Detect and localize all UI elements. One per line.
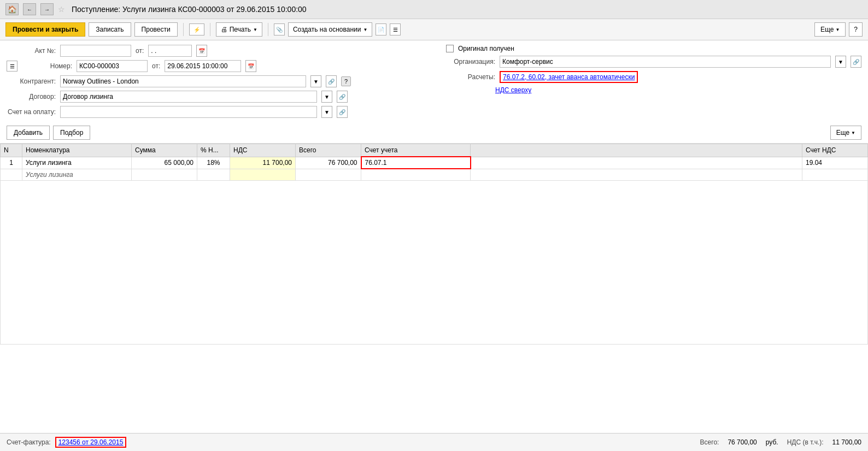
schet-oplata-row: Счет на оплату: ▼ 🔗 <box>7 106 424 118</box>
col-header-nds: НДС <box>230 144 296 157</box>
cell-summa[interactable]: 65 000,00 <box>132 157 197 169</box>
title-bar: 🏠 ← → ☆ Поступление: Услуги лизинга КС00… <box>0 0 868 19</box>
cell-nomenclature-sub: Услуги лизинга <box>22 169 132 180</box>
cell-vsego[interactable]: 76 700,00 <box>296 157 361 169</box>
contragent-dropdown-btn[interactable]: ▼ <box>310 75 321 87</box>
back-button[interactable]: ← <box>23 3 36 15</box>
original-row: Оригинал получен <box>446 45 861 52</box>
rashety-link[interactable]: 76.07.2, 60.02, зачет аванса автоматичес… <box>500 71 638 83</box>
col-header-vsego: Всего <box>296 144 361 157</box>
cell-pct[interactable]: 18% <box>197 157 230 169</box>
table-toolbar: Добавить Подбор Еще ▼ <box>0 122 868 144</box>
left-section: Акт №: от: 📅 ☰ Номер: от: 📅 Контрагент: … <box>7 45 424 118</box>
col-header-pct: % Н... <box>197 144 230 157</box>
icon-btn-1[interactable]: ⚡ <box>189 23 204 35</box>
dogovor-link-btn[interactable]: 🔗 <box>337 91 348 103</box>
number-from-label: от: <box>152 62 160 70</box>
rashety-label: Расчеты: <box>446 73 495 81</box>
cell-n: 1 <box>1 157 22 169</box>
number-calendar-btn[interactable]: 📅 <box>245 60 256 72</box>
schet-oplata-dropdown-btn[interactable]: ▼ <box>321 106 332 118</box>
create-basis-button[interactable]: Создать на основании ▼ <box>288 22 372 37</box>
number-input[interactable] <box>77 60 148 72</box>
akt-row: Акт №: от: 📅 <box>7 45 424 57</box>
cell-summa-sub <box>132 169 197 180</box>
number-row: ☰ Номер: от: 📅 <box>7 60 424 72</box>
dogovor-dropdown-btn[interactable]: ▼ <box>321 91 332 103</box>
nds-value: 11 700,00 <box>832 438 861 446</box>
save-button[interactable]: Записать <box>89 22 131 37</box>
vsego-value: 76 700,00 <box>728 438 756 446</box>
cell-schet-nds[interactable]: 19.04 <box>802 157 868 169</box>
akt-from-label: от: <box>136 47 144 55</box>
contragent-link-btn[interactable]: 🔗 <box>326 75 337 87</box>
schet-oplata-input[interactable] <box>60 106 317 118</box>
org-link-btn[interactable]: 🔗 <box>851 56 861 68</box>
number-from-input[interactable] <box>165 60 241 72</box>
col-header-empty <box>471 144 802 157</box>
page-title: Поступление: Услуги лизинга КС00-000003 … <box>72 5 307 14</box>
akt-label: Акт №: <box>7 47 56 55</box>
table-empty-row <box>1 180 868 344</box>
akt-input[interactable] <box>60 45 131 57</box>
print-button[interactable]: 🖨 Печать ▼ <box>216 22 262 37</box>
schet-oplata-link-btn[interactable]: 🔗 <box>337 106 348 118</box>
more-button[interactable]: Еще ▼ <box>814 22 846 37</box>
table-row-sub: Услуги лизинга <box>1 169 868 180</box>
akt-calendar-btn[interactable]: 📅 <box>196 45 207 57</box>
org-label: Организация: <box>446 58 495 66</box>
form-area: Акт №: от: 📅 ☰ Номер: от: 📅 Контрагент: … <box>0 40 868 122</box>
select-button[interactable]: Подбор <box>53 126 90 140</box>
add-button[interactable]: Добавить <box>7 126 50 140</box>
col-header-nomenclature: Номенклатура <box>22 144 132 157</box>
forward-button[interactable]: → <box>40 3 54 15</box>
toolbar: Провести и закрыть Записать Провести ⚡ 🖨… <box>0 19 868 40</box>
org-dropdown-btn[interactable]: ▼ <box>835 56 846 68</box>
footer-right: Всего: 76 700,00 руб. НДС (в т.ч.): 11 7… <box>700 438 861 446</box>
help-button[interactable]: ? <box>849 22 863 37</box>
dogovor-input[interactable] <box>60 91 317 103</box>
org-row: Организация: ▼ 🔗 <box>446 56 861 68</box>
separator-1 <box>183 23 184 36</box>
nds-sverhu-link[interactable]: НДС сверху <box>495 86 531 94</box>
cell-nomenclature[interactable]: Услуги лизинга <box>22 157 132 169</box>
schet-faktura-link[interactable]: 123456 от 29.06.2015 <box>55 437 127 448</box>
contragent-input[interactable] <box>60 75 306 87</box>
more-dropdown-arrow: ▼ <box>835 27 840 32</box>
home-button[interactable]: 🏠 <box>5 3 19 15</box>
number-label: Номер: <box>23 62 72 70</box>
post-button[interactable]: Провести <box>134 22 178 37</box>
col-header-n: N <box>1 144 22 157</box>
table-more-arrow: ▼ <box>851 130 855 135</box>
printer-icon: 🖨 <box>221 26 227 33</box>
akt-from-input[interactable] <box>148 45 192 57</box>
dogovor-label: Договор: <box>7 93 56 100</box>
number-icon: ☰ <box>7 61 17 72</box>
doc-icon-btn[interactable]: 📄 <box>376 23 386 35</box>
items-table: N Номенклатура Сумма % Н... НДС Всего Сч… <box>0 144 868 345</box>
vsego-label: Всего: <box>700 438 719 446</box>
favorite-icon[interactable]: ☆ <box>58 5 65 14</box>
cell-empty <box>471 157 802 169</box>
org-input[interactable] <box>500 56 831 68</box>
contragent-help-btn[interactable]: ? <box>341 76 351 86</box>
footer: Счет-фактура: 123456 от 29.06.2015 Всего… <box>0 433 868 451</box>
post-close-button[interactable]: Провести и закрыть <box>5 22 85 37</box>
schet-faktura-label: Счет-фактура: <box>7 438 51 446</box>
table-header-row: N Номенклатура Сумма % Н... НДС Всего Сч… <box>1 144 868 157</box>
separator-2 <box>210 23 210 36</box>
create-basis-dropdown-arrow: ▼ <box>363 27 367 32</box>
footer-left: Счет-фактура: 123456 от 29.06.2015 <box>7 437 126 448</box>
table-body: 1 Услуги лизинга 65 000,00 18% 11 700,00… <box>1 157 868 344</box>
list-icon-btn[interactable]: ☰ <box>390 23 401 35</box>
cell-nds[interactable]: 11 700,00 <box>230 157 296 169</box>
table-more-button[interactable]: Еще ▼ <box>830 126 861 140</box>
cell-schet-ucheta[interactable]: 76.07.1 <box>361 157 471 169</box>
col-header-schet-nds: Счет НДС <box>802 144 868 157</box>
cell-nds-sub <box>230 169 296 180</box>
col-header-schet-ucheta: Счет учета <box>361 144 471 157</box>
attachment-button[interactable]: 📎 <box>274 23 285 35</box>
original-checkbox[interactable] <box>446 45 454 52</box>
cell-vsego-sub <box>296 169 361 180</box>
right-section: Оригинал получен Организация: ▼ 🔗 Расчет… <box>435 45 861 118</box>
